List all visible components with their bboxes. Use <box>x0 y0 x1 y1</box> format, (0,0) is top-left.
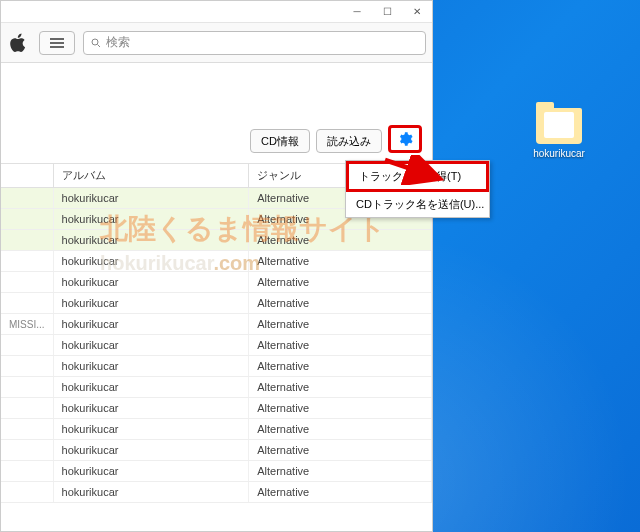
cell-album: hokurikucar <box>53 272 249 293</box>
cell-num <box>1 377 53 398</box>
gear-icon <box>397 131 413 147</box>
svg-line-1 <box>98 44 101 47</box>
cell-num <box>1 230 53 251</box>
sub-toolbar: CD情報 読み込み <box>1 63 432 163</box>
cell-genre: Alternative <box>249 398 432 419</box>
title-bar: ─ ☐ ✕ <box>1 1 432 23</box>
svg-point-0 <box>92 39 98 45</box>
table-row[interactable]: hokurikucarAlternative <box>1 377 432 398</box>
cell-album: hokurikucar <box>53 335 249 356</box>
cell-num <box>1 335 53 356</box>
settings-gear-button[interactable] <box>388 125 422 153</box>
table-row[interactable]: hokurikucarAlternative <box>1 440 432 461</box>
cell-album: hokurikucar <box>53 377 249 398</box>
cell-num <box>1 419 53 440</box>
cell-num <box>1 482 53 503</box>
cell-genre: Alternative <box>249 251 432 272</box>
apple-logo-icon <box>7 32 29 54</box>
view-list-button[interactable] <box>39 31 75 55</box>
table-row[interactable]: hokurikucarAlternative <box>1 251 432 272</box>
cell-genre: Alternative <box>249 335 432 356</box>
cell-num: MISSI... <box>1 314 53 335</box>
cell-genre: Alternative <box>249 314 432 335</box>
table-row[interactable]: hokurikucarAlternative <box>1 335 432 356</box>
cell-genre: Alternative <box>249 482 432 503</box>
minimize-button[interactable]: ─ <box>342 1 372 22</box>
import-button[interactable]: 読み込み <box>316 129 382 153</box>
table-row[interactable]: hokurikucarAlternative <box>1 461 432 482</box>
cell-num <box>1 188 53 209</box>
cell-album: hokurikucar <box>53 440 249 461</box>
cell-album: hokurikucar <box>53 398 249 419</box>
cell-album: hokurikucar <box>53 314 249 335</box>
cell-album: hokurikucar <box>53 482 249 503</box>
cell-album: hokurikucar <box>53 209 249 230</box>
menu-send-track-names[interactable]: CDトラック名を送信(U)... <box>346 192 489 217</box>
search-icon <box>90 37 102 49</box>
cell-genre: Alternative <box>249 440 432 461</box>
table-row[interactable]: MISSI...hokurikucarAlternative <box>1 314 432 335</box>
list-icon <box>50 38 64 48</box>
cell-num <box>1 272 53 293</box>
cell-album: hokurikucar <box>53 461 249 482</box>
cell-album: hokurikucar <box>53 356 249 377</box>
cell-genre: Alternative <box>249 461 432 482</box>
close-button[interactable]: ✕ <box>402 1 432 22</box>
cell-num <box>1 461 53 482</box>
cell-genre: Alternative <box>249 272 432 293</box>
cell-genre: Alternative <box>249 356 432 377</box>
cell-genre: Alternative <box>249 293 432 314</box>
toolbar: 検索 <box>1 23 432 63</box>
context-menu: トラック名を取得(T) CDトラック名を送信(U)... <box>345 160 490 218</box>
cell-genre: Alternative <box>249 419 432 440</box>
cell-genre: Alternative <box>249 377 432 398</box>
table-row[interactable]: hokurikucarAlternative <box>1 272 432 293</box>
header-album[interactable]: アルバム <box>53 164 249 188</box>
header-num[interactable] <box>1 164 53 188</box>
cd-info-button[interactable]: CD情報 <box>250 129 310 153</box>
cell-num <box>1 293 53 314</box>
cell-album: hokurikucar <box>53 419 249 440</box>
cell-album: hokurikucar <box>53 230 249 251</box>
table-row[interactable]: hokurikucarAlternative <box>1 356 432 377</box>
menu-get-track-names[interactable]: トラック名を取得(T) <box>346 161 489 192</box>
desktop-icon-label: hokurikucar <box>528 148 590 159</box>
search-placeholder: 検索 <box>106 34 130 51</box>
desktop-folder-icon[interactable]: hokurikucar <box>528 108 590 159</box>
cell-album: hokurikucar <box>53 251 249 272</box>
itunes-window: ─ ☐ ✕ 検索 CD情報 読み込み アルバム ジャンル hokurikucar… <box>0 0 433 532</box>
cell-num <box>1 398 53 419</box>
table-row[interactable]: hokurikucarAlternative <box>1 293 432 314</box>
cell-num <box>1 209 53 230</box>
cell-num <box>1 356 53 377</box>
track-table: アルバム ジャンル hokurikucarAlternativehokuriku… <box>1 163 432 531</box>
maximize-button[interactable]: ☐ <box>372 1 402 22</box>
table-row[interactable]: hokurikucarAlternative <box>1 398 432 419</box>
cell-num <box>1 251 53 272</box>
cell-num <box>1 440 53 461</box>
cell-genre: Alternative <box>249 230 432 251</box>
cell-album: hokurikucar <box>53 188 249 209</box>
table-row[interactable]: hokurikucarAlternative <box>1 482 432 503</box>
cell-album: hokurikucar <box>53 293 249 314</box>
table-row[interactable]: hokurikucarAlternative <box>1 230 432 251</box>
table-row[interactable]: hokurikucarAlternative <box>1 419 432 440</box>
search-input[interactable]: 検索 <box>83 31 426 55</box>
